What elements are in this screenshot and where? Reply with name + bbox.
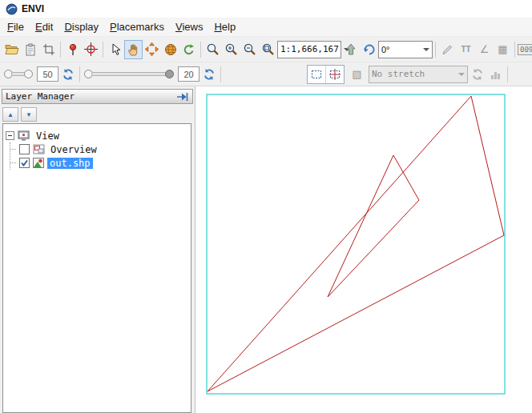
- brightness-slider[interactable]: [4, 70, 33, 78]
- tree-row-out-shp[interactable]: out.shp: [18, 156, 188, 170]
- menu-display[interactable]: Display: [58, 19, 104, 34]
- collapse-expander-icon[interactable]: [6, 131, 14, 140]
- text-tool-icon: TT: [461, 45, 470, 54]
- tree-connector: [10, 149, 16, 150]
- rotation-value: 0°: [379, 45, 393, 54]
- toolbar-separator: [79, 66, 80, 82]
- dock-pin-icon[interactable]: [176, 92, 189, 102]
- brightness-reset-button[interactable]: [58, 65, 77, 84]
- sharpen-value-box[interactable]: 20: [178, 66, 200, 82]
- open-file-button[interactable]: [2, 40, 21, 59]
- select-button[interactable]: [106, 40, 124, 59]
- rotation-combo[interactable]: 0°: [378, 41, 433, 58]
- chip-view-button[interactable]: [39, 40, 58, 59]
- measure-angle-button[interactable]: ∠: [475, 40, 494, 59]
- vector-layer-svg: [195, 86, 532, 413]
- collapse-all-button[interactable]: ▲: [2, 107, 18, 122]
- counter-text: 009: [520, 46, 532, 54]
- magnifier-plus-icon: [224, 42, 238, 56]
- overview-checkbox-unchecked[interactable]: [19, 144, 30, 154]
- menu-edit[interactable]: Edit: [30, 19, 58, 34]
- toolbar-separator: [514, 42, 515, 58]
- pencil-icon: [441, 43, 453, 55]
- tree-root-label[interactable]: View: [34, 130, 62, 142]
- dashed-rect-icon: [310, 68, 323, 81]
- refresh-icon: [471, 68, 484, 81]
- layer-manager-panel: Layer Manager ▲ ▼ View: [0, 86, 195, 413]
- zoom-button[interactable]: [204, 40, 222, 59]
- menu-bar: File Edit Display Placemarks Views Help: [0, 18, 532, 37]
- sharpen-reset-button[interactable]: [200, 65, 218, 84]
- orbit-button[interactable]: [161, 40, 179, 59]
- sharpen-slider-thumb[interactable]: [165, 70, 174, 78]
- layer-manager-header[interactable]: Layer Manager: [2, 89, 193, 104]
- stretch-reset-button[interactable]: [468, 65, 486, 84]
- zoom-in-button[interactable]: [222, 40, 240, 59]
- blue-rotate-icon: [363, 43, 376, 56]
- menu-help[interactable]: Help: [208, 19, 241, 34]
- main-area: Layer Manager ▲ ▼ View: [0, 86, 532, 413]
- image-view-canvas[interactable]: [195, 86, 532, 413]
- brightness-value-box[interactable]: 50: [37, 66, 58, 82]
- tree-item-label-selected[interactable]: out.shp: [47, 158, 93, 169]
- extent-crosshair-toggle[interactable]: [325, 66, 344, 83]
- histogram-stretch-button[interactable]: [486, 65, 505, 84]
- globe-icon: [164, 43, 177, 56]
- hand-icon: [127, 43, 140, 56]
- window-title: ENVI: [22, 3, 44, 14]
- grid-overlay-button[interactable]: ▦: [494, 40, 512, 59]
- envi-window: ENVI File Edit Display Placemarks Views …: [0, 0, 532, 413]
- data-manager-button[interactable]: [21, 40, 39, 59]
- rotate-view-button[interactable]: [179, 40, 198, 59]
- four-way-arrows-icon: [145, 42, 159, 56]
- shapefile-polygon: [328, 155, 419, 297]
- pan-button[interactable]: [124, 40, 143, 59]
- main-toolbar: 1:1,666,167 0° TT ∠ ▦ 009: [0, 37, 532, 62]
- placemark-button[interactable]: [63, 40, 82, 59]
- refresh-icon: [203, 68, 216, 81]
- zoom-scale-value: 1:1,666,167: [278, 44, 341, 54]
- angle-icon: ∠: [480, 43, 490, 55]
- histogram-icon: [490, 69, 502, 80]
- menu-placemarks[interactable]: Placemarks: [104, 19, 170, 34]
- zoom-out-button[interactable]: [240, 40, 259, 59]
- stretch-type-combo[interactable]: No stretch: [369, 66, 468, 83]
- view-monitor-icon: [18, 130, 30, 142]
- expand-all-button[interactable]: ▼: [21, 107, 37, 122]
- reset-rotation-button[interactable]: [360, 40, 378, 59]
- chevron-down-icon[interactable]: [420, 42, 432, 58]
- shapefile-checkbox-checked[interactable]: [19, 158, 30, 168]
- cursor-arrow-icon: [109, 43, 122, 56]
- layer-tree[interactable]: View Overview: [2, 123, 191, 413]
- clipboard-icon: [24, 43, 37, 56]
- stretch-type-value: No stretch: [369, 69, 427, 79]
- zoom-full-extent-button[interactable]: [341, 40, 360, 59]
- stretch-region-button[interactable]: ▧: [348, 65, 366, 84]
- brightness-value: 50: [42, 70, 52, 79]
- layer-manager-title: Layer Manager: [6, 91, 75, 102]
- crop-icon: [42, 43, 55, 56]
- tree-connector: [10, 162, 16, 163]
- zoom-scale-combo[interactable]: 1:1,666,167: [277, 41, 341, 58]
- fly-button[interactable]: [143, 40, 161, 59]
- menu-views[interactable]: Views: [170, 19, 208, 34]
- magnifier-icon: [206, 42, 220, 56]
- tree-row-view[interactable]: View: [6, 129, 188, 142]
- mensuration-badge[interactable]: 009: [518, 44, 532, 55]
- text-annotation-button[interactable]: TT: [457, 40, 475, 59]
- toolbar-separator: [60, 42, 61, 58]
- sharpen-slider[interactable]: [84, 70, 174, 78]
- brightness-slider-cap[interactable]: [24, 70, 33, 78]
- shapefile-polygon: [208, 96, 504, 391]
- tree-row-overview[interactable]: Overview: [18, 142, 188, 156]
- tree-item-label[interactable]: Overview: [48, 144, 99, 155]
- full-extent-toggle[interactable]: [308, 66, 325, 83]
- sharpen-slider-track[interactable]: [91, 72, 167, 76]
- open-folder-icon: [5, 43, 19, 55]
- zoom-window-button[interactable]: [259, 40, 277, 59]
- shapefile-icon: [33, 158, 44, 168]
- goto-button[interactable]: [82, 40, 100, 59]
- menu-file[interactable]: File: [2, 19, 30, 34]
- annotation-button[interactable]: [438, 40, 457, 59]
- toolbar-separator: [200, 42, 201, 58]
